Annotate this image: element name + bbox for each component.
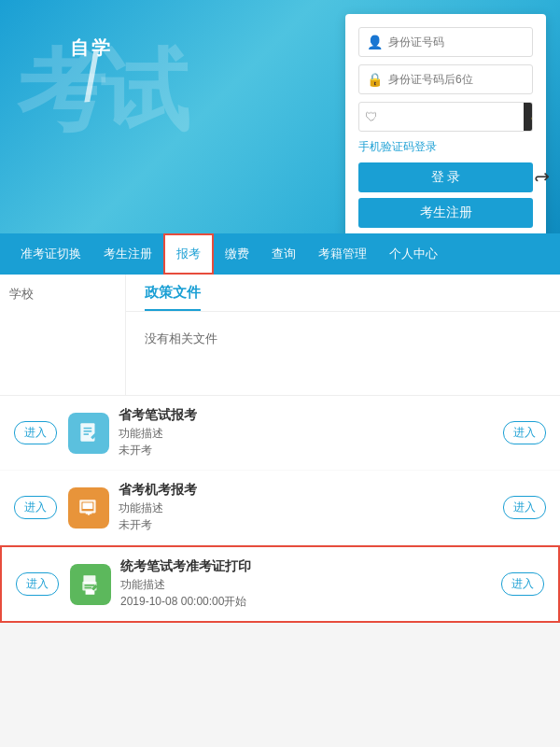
svg-rect-11: [85, 585, 95, 586]
svg-rect-6: [83, 502, 93, 509]
exam2-icon: [68, 487, 109, 529]
shield-icon: 🛡: [365, 109, 378, 124]
exam-item-2: 进入 省考机考报考 功能描述 未开考 进入: [0, 471, 560, 544]
exam-item-1: 进入 省考笔试报考 功能描述 未开考 进入: [0, 396, 560, 470]
exam2-desc: 功能描述: [119, 500, 503, 516]
exam-item-3: 进入 统考笔试考准考证打印 功能描述 2019-10-08 00:00:00开始…: [0, 545, 560, 623]
nav-item-personal[interactable]: 个人中心: [378, 233, 449, 275]
navbar: 准考证切换 考生注册 报考 缴费 查询 考籍管理 个人中心: [0, 233, 560, 275]
register-button[interactable]: 考生注册: [358, 198, 533, 228]
main-content: 学校 政策文件 没有相关文件 进入: [0, 275, 560, 623]
exam1-info: 省考笔试报考 功能描述 未开考: [119, 407, 503, 458]
nav-item-exam-apply[interactable]: 报考: [163, 233, 214, 275]
exam1-time: 未开考: [119, 443, 503, 458]
login-button[interactable]: 登 录: [358, 162, 533, 192]
id-number-input[interactable]: [388, 35, 525, 49]
nav-item-payment[interactable]: 缴费: [214, 233, 260, 275]
login-card: 👤 🔒 🛡 8114 手机验证码登录 登 录 ↩ 考生注册: [345, 14, 546, 233]
svg-rect-12: [85, 586, 92, 588]
arrow-hint: ↩: [534, 166, 550, 189]
id-suffix-field[interactable]: 🔒: [358, 64, 533, 94]
nav-item-register[interactable]: 考生注册: [92, 233, 163, 275]
exam3-time: 2019-10-08 00:00:00开始: [120, 594, 501, 610]
top-section: 学校 政策文件 没有相关文件: [0, 275, 560, 396]
exam3-enter-right[interactable]: 进入: [501, 572, 544, 596]
policy-empty-text: 没有相关文件: [126, 321, 560, 357]
nav-item-cert-switch[interactable]: 准考证切换: [9, 233, 92, 275]
exam2-enter-left[interactable]: 进入: [14, 496, 57, 519]
nav-item-academic[interactable]: 考籍管理: [307, 233, 378, 275]
exam2-info: 省考机考报考 功能描述 未开考: [119, 482, 503, 533]
tab-divider: [126, 311, 560, 312]
exam2-time: 未开考: [119, 517, 503, 533]
exam1-enter-right[interactable]: 进入: [503, 421, 546, 444]
svg-rect-13: [86, 589, 95, 594]
school-label: 学校: [9, 286, 116, 303]
hero-banner: 考试 自学 / 👤 🔒 🛡 8114 手机验证码登录 登 录 ↩ 考生注册: [0, 0, 560, 233]
exam1-icon: [68, 413, 109, 454]
policy-panel: 政策文件 没有相关文件: [126, 275, 560, 395]
machine-exam-icon: [77, 496, 101, 520]
notebook-icon: [77, 421, 101, 445]
captcha-row: 🛡 8114: [358, 102, 533, 132]
user-icon: 👤: [367, 35, 383, 49]
svg-rect-8: [88, 513, 90, 514]
id-number-field[interactable]: 👤: [358, 27, 533, 57]
exam-list-section: 进入 省考笔试报考 功能描述 未开考 进入 进入: [0, 396, 560, 623]
id-suffix-input[interactable]: [388, 73, 525, 86]
policy-tab[interactable]: 政策文件: [145, 284, 201, 311]
exam3-icon: [70, 564, 111, 605]
nav-item-query[interactable]: 查询: [260, 233, 307, 275]
exam3-enter-left[interactable]: 进入: [16, 572, 59, 596]
exam2-enter-right[interactable]: 进入: [503, 496, 546, 519]
sidebar-panel: 学校: [0, 275, 126, 395]
exam3-title: 统考笔试考准考证打印: [120, 558, 501, 575]
captcha-image[interactable]: 8114: [524, 102, 533, 132]
exam1-title: 省考笔试报考: [119, 407, 503, 424]
exam3-desc: 功能描述: [120, 577, 501, 593]
print-icon: [78, 572, 103, 597]
exam1-enter-left[interactable]: 进入: [14, 421, 57, 444]
exam1-desc: 功能描述: [119, 426, 503, 442]
exam2-title: 省考机考报考: [119, 482, 503, 499]
captcha-input[interactable]: [384, 110, 524, 123]
exam3-info: 统考笔试考准考证打印 功能描述 2019-10-08 00:00:00开始: [120, 558, 501, 610]
policy-header: 政策文件: [126, 275, 560, 311]
phone-login-link[interactable]: 手机验证码登录: [358, 139, 533, 155]
lock-icon: 🔒: [367, 72, 383, 87]
